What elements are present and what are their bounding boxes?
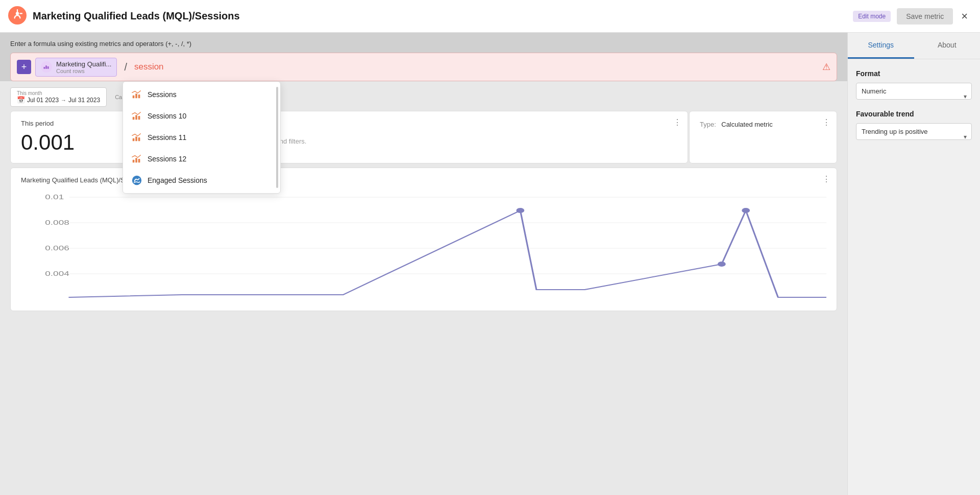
svg-rect-15 [135,158,137,162]
favourable-trend-section-title: Favourable trend [856,110,972,118]
date-start: Jul 01 2023 [27,97,59,104]
date-chip[interactable]: This month 📅 Jul 01 2023 → Jul 31 2023 [10,87,107,107]
formula-divider: / [121,61,130,73]
dropdown-item-label: Sessions 11 [148,133,186,142]
formula-error-icon: ⚠ [822,61,830,73]
dropdown-scrollbar[interactable] [276,87,278,188]
settings-content: Format Numeric Percentage Currency ▾ Fav… [848,59,980,160]
tab-about[interactable]: About [914,33,981,59]
hubspot-logo [8,6,27,27]
svg-point-26 [516,208,524,213]
trend-select-wrapper: Trending up is positive Trending down is… [856,123,972,150]
dropdown-item-sessions-11[interactable]: Sessions 11 [123,127,280,148]
svg-rect-16 [138,159,140,162]
metric-chip-sub: Count rows [56,68,111,74]
format-select[interactable]: Numeric Percentage Currency [856,83,972,100]
svg-rect-8 [133,117,135,120]
dropdown-item-label: Sessions [148,90,177,99]
svg-rect-13 [138,137,140,141]
page-title: Marketing Qualified Leads (MQL)/Sessions [33,10,847,22]
close-button[interactable]: × [957,8,972,25]
svg-point-1 [16,12,19,15]
svg-rect-12 [135,136,137,141]
date-arrow: → [61,97,66,103]
format-section-title: Format [856,69,972,78]
trend-select[interactable]: Trending up is positive Trending down is… [856,123,972,140]
date-end: Jul 31 2023 [68,97,100,104]
dropdown-item-label: Sessions 12 [148,155,186,163]
formula-input-row: + Marketing Qualifi... Count rows / ⚠ [10,53,837,81]
tab-settings[interactable]: Settings [848,33,914,59]
svg-point-27 [718,262,726,267]
format-select-wrapper: Numeric Percentage Currency ▾ [856,83,972,110]
svg-text:0.008: 0.008 [45,219,69,226]
right-panel: Settings About Format Numeric Percentage… [847,33,980,495]
svg-text:0.01: 0.01 [45,194,64,200]
svg-rect-9 [135,115,137,120]
edit-mode-badge: Edit mode [853,11,891,22]
type-card-menu-button[interactable]: ⋮ [822,117,830,127]
dropdown-item-sessions-12[interactable]: Sessions 12 [123,148,280,170]
metric-chip-name: Marketing Qualifi... [56,60,111,68]
type-label: Type: [700,121,716,128]
tabs-row: Settings About [848,33,980,59]
dropdown-item-sessions-10[interactable]: Sessions 10 [123,105,280,127]
save-metric-button[interactable]: Save metric [897,8,953,25]
metric-chip[interactable]: Marketing Qualifi... Count rows [35,58,117,77]
svg-point-28 [742,208,750,213]
formula-instruction: Enter a formula using existing metrics a… [10,40,837,48]
svg-rect-6 [135,93,137,98]
svg-rect-14 [133,160,135,163]
svg-text:0.004: 0.004 [45,270,69,277]
svg-rect-11 [133,138,135,142]
vs-card-menu-button[interactable]: ⋮ [673,117,681,127]
date-icon: 📅 [17,96,25,104]
chart-area: 0.01 0.008 0.006 0.004 [21,190,826,302]
dropdown-item-sessions[interactable]: Sessions [123,84,280,105]
svg-rect-10 [138,116,140,120]
add-metric-button[interactable]: + [17,60,31,74]
type-card: Type: Calculated metric ⋮ [689,111,837,163]
formula-text-input[interactable] [134,62,818,72]
svg-rect-7 [138,95,140,98]
svg-text:0.006: 0.006 [45,245,69,251]
dropdown-item-label: Sessions 10 [148,112,186,120]
dropdown-item-label: Engaged Sessions [148,176,207,184]
date-chip-label: This month [17,90,100,96]
svg-rect-5 [133,96,135,99]
type-value: Calculated metric [721,121,772,128]
chart-menu-button[interactable]: ⋮ [822,174,830,184]
dropdown-item-engaged-sessions[interactable]: Engaged Sessions [123,170,280,191]
svg-point-17 [132,176,141,185]
dropdown-menu: Sessions Sessions 10 [122,81,281,194]
top-bar: Marketing Qualified Leads (MQL)/Sessions… [0,0,980,33]
